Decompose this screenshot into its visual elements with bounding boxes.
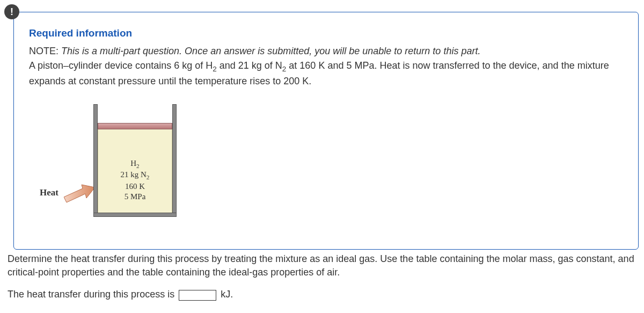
heat-label: Heat — [40, 187, 58, 198]
cylinder-wall-right — [172, 104, 177, 217]
cylinder: H2 21 kg N2 160 K 5 MPa — [93, 104, 177, 217]
question-text: Determine the heat transfer during this … — [8, 252, 636, 279]
gas-label-temp: 160 K — [125, 181, 145, 192]
note-label: NOTE: — [29, 46, 58, 56]
gas-h2-text: H — [130, 159, 136, 168]
gas-label-pressure: 5 MPa — [125, 192, 146, 202]
gas-label-h2: H2 — [130, 158, 139, 170]
subscript: 2 — [147, 174, 150, 180]
question-section: Determine the heat transfer during this … — [5, 252, 639, 301]
problem-statement: A piston–cylinder device contains 6 kg o… — [29, 59, 623, 88]
piston-cylinder-diagram: Heat H2 21 kg N2 160 K — [40, 104, 190, 228]
answer-line: The heat transfer during this process is… — [8, 289, 636, 300]
heat-arrow-icon — [64, 182, 96, 203]
answer-prompt: The heat transfer during this process is — [8, 289, 174, 300]
note-line: NOTE: This is a multi-part question. Onc… — [29, 45, 623, 58]
problem-text-part: A piston–cylinder device contains 6 kg o… — [29, 60, 213, 71]
piston — [98, 123, 172, 129]
svg-marker-0 — [64, 185, 95, 202]
required-info-title: Required information — [29, 27, 623, 39]
cylinder-wall-left — [93, 104, 98, 217]
problem-text-part: and 21 kg of N — [217, 60, 282, 71]
answer-unit: kJ. — [221, 289, 233, 300]
cylinder-wall-bottom — [93, 213, 177, 217]
gas-n2-text: 21 kg N — [121, 170, 147, 179]
answer-input[interactable] — [179, 290, 216, 301]
note-text: This is a multi-part question. Once an a… — [61, 46, 480, 56]
gas-region: H2 21 kg N2 160 K 5 MPa — [98, 129, 172, 213]
alert-icon: ! — [4, 4, 19, 19]
gas-label-n2: 21 kg N2 — [121, 170, 150, 181]
subscript: 2 — [136, 163, 140, 169]
required-info-box: Required information NOTE: This is a mul… — [13, 12, 639, 250]
subscript: 2 — [213, 65, 217, 73]
